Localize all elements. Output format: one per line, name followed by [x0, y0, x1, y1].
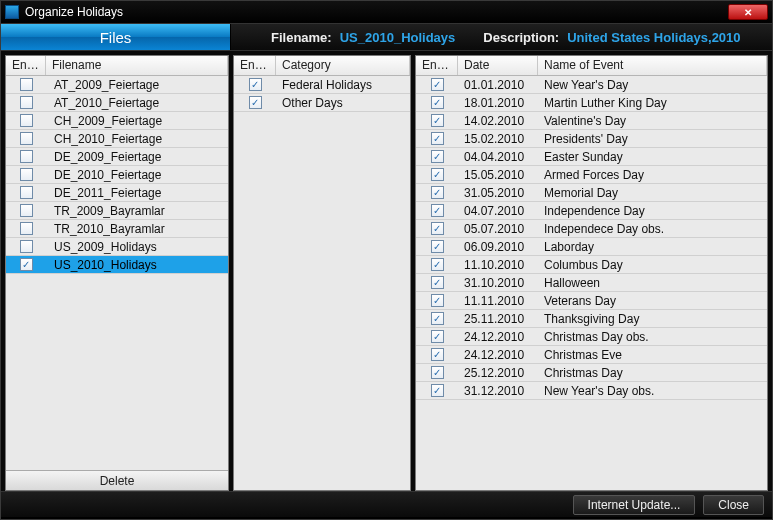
col-date[interactable]: Date [458, 56, 538, 75]
date-cell: 05.07.2010 [458, 222, 538, 236]
event-row[interactable]: ✓25.12.2010Christmas Day [416, 364, 767, 382]
event-name-cell: Presidents' Day [538, 132, 767, 146]
window-title: Organize Holidays [25, 5, 728, 19]
event-row[interactable]: ✓25.11.2010Thanksgiving Day [416, 310, 767, 328]
checkbox[interactable]: ✓ [431, 96, 444, 109]
checkbox[interactable]: ✓ [431, 240, 444, 253]
file-row[interactable]: AT_2009_Feiertage [6, 76, 228, 94]
checkbox[interactable] [20, 78, 33, 91]
checkbox[interactable]: ✓ [431, 258, 444, 271]
event-row[interactable]: ✓31.05.2010Memorial Day [416, 184, 767, 202]
event-name-cell: Armed Forces Day [538, 168, 767, 182]
event-name-cell: Martin Luther King Day [538, 96, 767, 110]
event-row[interactable]: ✓06.09.2010Laborday [416, 238, 767, 256]
date-cell: 25.11.2010 [458, 312, 538, 326]
enabled-cell: ✓ [234, 78, 276, 91]
window-close-button[interactable]: ✕ [728, 4, 768, 20]
checkbox[interactable] [20, 240, 33, 253]
checkbox[interactable]: ✓ [431, 312, 444, 325]
enabled-cell: ✓ [416, 204, 458, 217]
file-row[interactable]: DE_2010_Feiertage [6, 166, 228, 184]
event-row[interactable]: ✓15.02.2010Presidents' Day [416, 130, 767, 148]
col-filename[interactable]: Filename [46, 56, 228, 75]
checkbox[interactable]: ✓ [431, 222, 444, 235]
checkbox[interactable]: ✓ [431, 186, 444, 199]
category-row[interactable]: ✓Federal Holidays [234, 76, 410, 94]
enabled-cell: ✓ [416, 78, 458, 91]
checkbox[interactable]: ✓ [431, 150, 444, 163]
col-enabled[interactable]: Enab... [234, 56, 276, 75]
enabled-cell: ✓ [416, 132, 458, 145]
checkbox[interactable] [20, 168, 33, 181]
date-cell: 04.07.2010 [458, 204, 538, 218]
enabled-cell [6, 168, 46, 181]
checkbox[interactable]: ✓ [431, 114, 444, 127]
checkbox[interactable] [20, 186, 33, 199]
enabled-cell [6, 204, 46, 217]
col-enabled[interactable]: Enab... [6, 56, 46, 75]
enabled-cell [6, 222, 46, 235]
close-button[interactable]: Close [703, 495, 764, 515]
event-row[interactable]: ✓31.12.2010New Year's Day obs. [416, 382, 767, 400]
file-row[interactable]: CH_2010_Feiertage [6, 130, 228, 148]
file-row[interactable]: TR_2010_Bayramlar [6, 220, 228, 238]
event-row[interactable]: ✓18.01.2010Martin Luther King Day [416, 94, 767, 112]
event-row[interactable]: ✓24.12.2010Christmas Day obs. [416, 328, 767, 346]
event-name-cell: Christmas Eve [538, 348, 767, 362]
event-row[interactable]: ✓14.02.2010Valentine's Day [416, 112, 767, 130]
checkbox[interactable]: ✓ [249, 78, 262, 91]
checkbox[interactable]: ✓ [249, 96, 262, 109]
checkbox[interactable]: ✓ [20, 258, 33, 271]
event-row[interactable]: ✓11.10.2010Columbus Day [416, 256, 767, 274]
files-panel: Enab... Filename AT_2009_FeiertageAT_201… [5, 55, 229, 491]
checkbox[interactable] [20, 150, 33, 163]
event-row[interactable]: ✓11.11.2010Veterans Day [416, 292, 767, 310]
file-row[interactable]: US_2009_Holidays [6, 238, 228, 256]
date-cell: 24.12.2010 [458, 330, 538, 344]
file-row[interactable]: AT_2010_Feiertage [6, 94, 228, 112]
checkbox[interactable]: ✓ [431, 294, 444, 307]
event-row[interactable]: ✓24.12.2010Christmas Eve [416, 346, 767, 364]
col-enabled[interactable]: Enab... [416, 56, 458, 75]
date-cell: 01.01.2010 [458, 78, 538, 92]
checkbox[interactable] [20, 204, 33, 217]
checkbox[interactable] [20, 222, 33, 235]
event-row[interactable]: ✓04.07.2010Independence Day [416, 202, 767, 220]
event-row[interactable]: ✓31.10.2010Halloween [416, 274, 767, 292]
internet-update-button[interactable]: Internet Update... [573, 495, 696, 515]
file-row[interactable]: DE_2011_Feiertage [6, 184, 228, 202]
enabled-cell [6, 132, 46, 145]
checkbox[interactable] [20, 114, 33, 127]
events-panel: Enab... Date Name of Event ✓01.01.2010Ne… [415, 55, 768, 491]
checkbox[interactable]: ✓ [431, 132, 444, 145]
checkbox[interactable] [20, 96, 33, 109]
checkbox[interactable]: ✓ [431, 348, 444, 361]
event-row[interactable]: ✓01.01.2010New Year's Day [416, 76, 767, 94]
checkbox[interactable]: ✓ [431, 366, 444, 379]
category-cell: Federal Holidays [276, 78, 410, 92]
col-category[interactable]: Category [276, 56, 410, 75]
categories-panel: Enab... Category ✓Federal Holidays✓Other… [233, 55, 411, 491]
checkbox[interactable]: ✓ [431, 276, 444, 289]
tab-files[interactable]: Files [1, 24, 231, 50]
file-row[interactable]: ✓US_2010_Holidays [6, 256, 228, 274]
checkbox[interactable] [20, 132, 33, 145]
event-row[interactable]: ✓04.04.2010Easter Sunday [416, 148, 767, 166]
col-event-name[interactable]: Name of Event [538, 56, 767, 75]
category-row[interactable]: ✓Other Days [234, 94, 410, 112]
enabled-cell: ✓ [416, 330, 458, 343]
filename-cell: TR_2009_Bayramlar [46, 204, 228, 218]
file-row[interactable]: TR_2009_Bayramlar [6, 202, 228, 220]
checkbox[interactable]: ✓ [431, 168, 444, 181]
file-row[interactable]: DE_2009_Feiertage [6, 148, 228, 166]
delete-button[interactable]: Delete [6, 470, 228, 490]
category-cell: Other Days [276, 96, 410, 110]
checkbox[interactable]: ✓ [431, 204, 444, 217]
file-row[interactable]: CH_2009_Feiertage [6, 112, 228, 130]
event-row[interactable]: ✓05.07.2010Independece Day obs. [416, 220, 767, 238]
checkbox[interactable]: ✓ [431, 384, 444, 397]
checkbox[interactable]: ✓ [431, 330, 444, 343]
checkbox[interactable]: ✓ [431, 78, 444, 91]
event-row[interactable]: ✓15.05.2010Armed Forces Day [416, 166, 767, 184]
filename-cell: TR_2010_Bayramlar [46, 222, 228, 236]
